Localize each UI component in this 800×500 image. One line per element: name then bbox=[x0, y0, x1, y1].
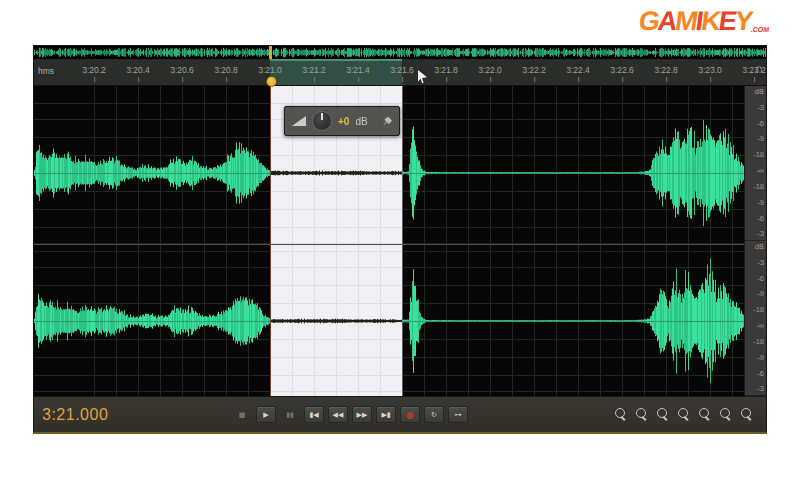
ruler-tick-mark bbox=[358, 77, 359, 82]
ruler-tick-label: 3:22.0 bbox=[478, 65, 502, 75]
zoom-to-selection-button[interactable] bbox=[697, 407, 712, 422]
ruler-tick-mark bbox=[94, 77, 95, 82]
ruler-tick-label: 3:21.0 bbox=[258, 65, 282, 75]
amplitude-scale-left-channel: dB-3-6-9-18-∞-18-9-6-3 bbox=[745, 86, 766, 241]
ruler-tick-mark bbox=[578, 77, 579, 82]
timeline-selection-highlight bbox=[270, 59, 402, 86]
fade-icon[interactable] bbox=[292, 116, 306, 126]
transport-button-glyph: ■ bbox=[239, 411, 246, 419]
zoom-in-horizontal-button[interactable] bbox=[718, 407, 733, 422]
ruler-tick-label: 3:21.8 bbox=[434, 65, 458, 75]
ruler-tick-mark bbox=[314, 77, 315, 82]
ruler-tick-label: 3:22.8 bbox=[654, 65, 678, 75]
playhead-marker[interactable] bbox=[266, 76, 277, 87]
transport-button-glyph: ◀◀ bbox=[333, 411, 344, 419]
gain-knob[interactable] bbox=[312, 111, 332, 131]
pause-button[interactable]: ▮▮ bbox=[280, 406, 300, 423]
gamikey-logo: GAMIKEY .COM bbox=[637, 8, 772, 35]
waveform-overview-canvas[interactable] bbox=[34, 46, 766, 59]
amplitude-tick-label: -3 bbox=[745, 104, 764, 112]
amplitude-tick-label: dB bbox=[745, 88, 764, 96]
ruler-tick-mark bbox=[490, 77, 491, 82]
timeline-ruler[interactable]: hms 3:20.23:20.43:20.63:20.83:21.03:21.2… bbox=[34, 59, 766, 86]
ruler-tick-mark bbox=[710, 77, 711, 82]
skip-to-start-button[interactable]: ▮◀ bbox=[304, 406, 324, 423]
transport-button-glyph: ▶▮ bbox=[381, 411, 390, 419]
hud-pin-icon[interactable] bbox=[383, 117, 392, 126]
transport-button-glyph: ● bbox=[406, 410, 414, 420]
transport-button-glyph: ▶ bbox=[263, 411, 268, 419]
hud-gain-panel[interactable]: +0 dB bbox=[284, 106, 400, 136]
amplitude-tick-label: -9 bbox=[745, 135, 764, 143]
zoom-controls bbox=[613, 407, 758, 422]
transport-button-glyph: ↻ bbox=[431, 411, 437, 419]
ruler-tick-label: 3:22.4 bbox=[566, 65, 590, 75]
ruler-tick-label: 3:20.4 bbox=[126, 65, 150, 75]
record-button[interactable]: ● bbox=[400, 406, 420, 423]
transport-button-glyph: ⊶ bbox=[455, 411, 462, 419]
amplitude-tick-label: -3 bbox=[745, 230, 764, 238]
ruler-tick-label: 3:23.0 bbox=[698, 65, 722, 75]
amplitude-scale: dB-3-6-9-18-∞-18-9-6-3 dB-3-6-9-18-∞-18-… bbox=[744, 86, 766, 396]
ruler-tick-mark bbox=[666, 77, 667, 82]
ruler-tick-mark bbox=[534, 77, 535, 82]
stop-button[interactable]: ■ bbox=[232, 406, 252, 423]
rewind-button[interactable]: ◀◀ bbox=[328, 406, 348, 423]
ruler-tick-mark bbox=[754, 77, 755, 82]
ruler-tick-mark bbox=[622, 77, 623, 82]
zoom-out-horizontal-button[interactable] bbox=[739, 407, 754, 422]
zoom-in-to-out-point-button[interactable] bbox=[634, 407, 649, 422]
zoom-out-vertical-button[interactable] bbox=[655, 407, 670, 422]
amplitude-tick-label: -3 bbox=[745, 259, 764, 267]
gamikey-logo-suffix: .COM bbox=[750, 26, 769, 33]
zoom-in-vertical-button[interactable] bbox=[676, 407, 691, 422]
time-format-label: hms bbox=[38, 66, 54, 76]
ruler-tick-mark bbox=[182, 77, 183, 82]
ruler-tick-label: 3:22.2 bbox=[522, 65, 546, 75]
zoom-in-to-in-point-button[interactable] bbox=[613, 407, 628, 422]
playhead-timecode[interactable]: 3:21.000 bbox=[42, 406, 232, 424]
amplitude-tick-label: dB bbox=[745, 243, 764, 251]
amplitude-tick-label: -6 bbox=[745, 215, 764, 223]
transport-button-glyph: ▮▮ bbox=[286, 411, 294, 419]
ruler-tick-mark bbox=[446, 77, 447, 82]
amplitude-tick-label: -18 bbox=[745, 306, 764, 314]
ruler-tick-label: 3:20.6 bbox=[170, 65, 194, 75]
ruler-tick-mark bbox=[402, 77, 403, 82]
ruler-tick-label: 3:20.2 bbox=[82, 65, 106, 75]
ruler-tick-label: 3:22.6 bbox=[610, 65, 634, 75]
transport-button-glyph: ▮◀ bbox=[309, 411, 318, 419]
play-button[interactable]: ▶ bbox=[256, 406, 276, 423]
amplitude-tick-label: -6 bbox=[745, 120, 764, 128]
amplitude-scale-right-channel: dB-3-6-9-18-∞-18-9-6-3 bbox=[745, 241, 766, 396]
amplitude-tick-label: -6 bbox=[745, 275, 764, 283]
fast-forward-button[interactable]: ▶▶ bbox=[352, 406, 372, 423]
ruler-tick-mark bbox=[226, 77, 227, 82]
gain-value[interactable]: +0 bbox=[338, 116, 349, 127]
skip-selection-button[interactable]: ⊶ bbox=[448, 406, 468, 423]
amplitude-tick-label: -9 bbox=[745, 354, 764, 362]
channel-scroll-icon[interactable]: ∩ bbox=[755, 62, 763, 74]
skip-to-end-button[interactable]: ▶▮ bbox=[376, 406, 396, 423]
transport-button-glyph: ▶▶ bbox=[357, 411, 368, 419]
amplitude-tick-label: -∞ bbox=[745, 322, 764, 330]
amplitude-tick-label: -∞ bbox=[745, 167, 764, 175]
ruler-tick-label: 3:21.2 bbox=[302, 65, 326, 75]
amplitude-tick-label: -9 bbox=[745, 199, 764, 207]
ruler-tick-label: 3:21.4 bbox=[346, 65, 370, 75]
loop-playback-button[interactable]: ↻ bbox=[424, 406, 444, 423]
amplitude-tick-label: -9 bbox=[745, 290, 764, 298]
transport-bar: 3:21.000 ■▶▮▮▮◀◀◀▶▶▶▮●↻⊶ bbox=[34, 396, 766, 432]
ruler-tick-mark bbox=[138, 77, 139, 82]
amplitude-tick-label: -18 bbox=[745, 151, 764, 159]
amplitude-tick-label: -18 bbox=[745, 183, 764, 191]
ruler-tick-label: 3:21.6 bbox=[390, 65, 414, 75]
amplitude-tick-label: -6 bbox=[745, 370, 764, 378]
amplitude-tick-label: -3 bbox=[745, 385, 764, 393]
gain-unit-label: dB bbox=[355, 116, 367, 127]
gamikey-logo-text: GAMIKEY bbox=[637, 8, 753, 35]
ruler-tick-label: 3:20.8 bbox=[214, 65, 238, 75]
amplitude-tick-label: -18 bbox=[745, 338, 764, 346]
waveform-overview-strip[interactable] bbox=[34, 46, 766, 59]
transport-buttons: ■▶▮▮▮◀◀◀▶▶▶▮●↻⊶ bbox=[232, 406, 468, 423]
